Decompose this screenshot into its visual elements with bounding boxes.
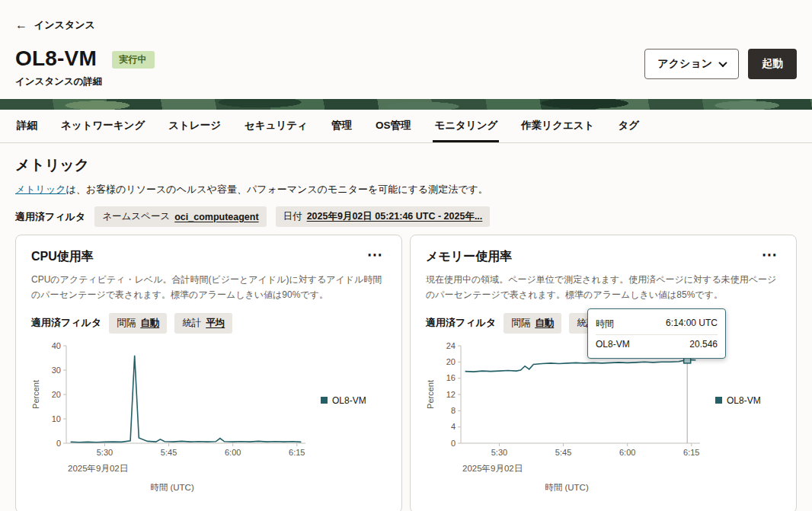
svg-text:6:15: 6:15	[683, 448, 699, 457]
actions-button[interactable]: アクション	[644, 49, 739, 79]
chart-date-label: 2025年9月02日	[68, 463, 386, 474]
svg-text:20: 20	[52, 389, 61, 398]
chip-value: oci_computeagent	[174, 212, 258, 222]
svg-text:5:30: 5:30	[491, 448, 507, 457]
tab-networking[interactable]: ネットワーキング	[59, 110, 146, 142]
applied-filters-label: 適用済フィルタ	[15, 210, 85, 224]
back-arrow-icon: ←	[15, 19, 27, 31]
page-subtitle: インスタンスの詳細	[15, 75, 103, 88]
svg-text:6:15: 6:15	[289, 448, 305, 457]
chart-xaxis-label: 時間 (UTC)	[31, 482, 313, 493]
card-description: 現在使用中の領域。ページ単位で測定されます。使用済ページに対する未使用ページのパ…	[426, 273, 781, 303]
status-badge: 実行中	[112, 51, 155, 69]
svg-text:20: 20	[446, 356, 456, 366]
svg-text:40: 40	[52, 340, 61, 350]
svg-text:6:00: 6:00	[619, 448, 635, 457]
ellipsis-icon: ⋯	[367, 246, 383, 263]
chevron-down-icon	[718, 59, 727, 67]
cpu-utilization-chart[interactable]: 0102030405:305:456:006:15Percent	[31, 340, 313, 461]
svg-text:8: 8	[451, 405, 456, 414]
tab-security[interactable]: セキュリティ	[243, 110, 309, 142]
svg-text:4: 4	[451, 422, 456, 431]
tab-monitoring[interactable]: モニタリング	[433, 110, 499, 142]
tab-work-requests[interactable]: 作業リクエスト	[519, 110, 596, 142]
applied-filters-row: 適用済フィルタ ネームスペース oci_computeagent 日付 2025…	[15, 206, 797, 227]
tab-management[interactable]: 管理	[330, 110, 353, 142]
filter-chip-interval[interactable]: 間隔 自動	[504, 313, 561, 334]
metrics-link[interactable]: メトリック	[15, 184, 66, 195]
page-header: ← インスタンス OL8-VM インスタンスの詳細 実行中 アクション 起動	[0, 0, 812, 99]
tooltip-row: 時間 6:14:00 UTC	[596, 314, 718, 334]
card-menu-button[interactable]: ⋯	[759, 249, 781, 260]
legend-label: OL8-VM	[332, 395, 366, 406]
tab-bar: 詳細 ネットワーキング ストレージ セキュリティ 管理 OS管理 モニタリング …	[0, 110, 812, 143]
card-description: CPUのアクティビティ・レベル。合計時間(ビジーとアイドル)に対するアイドル時間…	[31, 273, 386, 303]
applied-filters-label: 適用済フィルタ	[31, 316, 101, 330]
tooltip-value: 6:14:00 UTC	[666, 318, 718, 331]
card-title: CPU使用率	[31, 249, 94, 265]
card-menu-button[interactable]: ⋯	[364, 249, 386, 260]
back-button[interactable]: ← インスタンス	[15, 18, 95, 32]
svg-text:6:00: 6:00	[225, 448, 241, 457]
chip-value: 平均	[206, 317, 225, 330]
filter-chip-namespace[interactable]: ネームスペース oci_computeagent	[94, 206, 266, 227]
decorative-banner-image	[0, 99, 812, 110]
chip-label: ネームスペース	[102, 210, 170, 223]
chart-legend: OL8-VM	[321, 395, 366, 406]
tab-details[interactable]: 詳細	[15, 110, 39, 142]
chip-label: 日付	[283, 210, 302, 223]
chip-label: 間隔	[117, 317, 136, 330]
svg-text:0: 0	[451, 438, 456, 447]
tab-os-management[interactable]: OS管理	[374, 110, 413, 142]
svg-text:10: 10	[52, 414, 61, 423]
actions-button-label: アクション	[657, 57, 712, 71]
metric-card-cpu: CPU使用率 ⋯ CPUのアクティビティ・レベル。合計時間(ビジーとアイドル)に…	[15, 235, 402, 511]
chip-label: 間隔	[511, 317, 530, 330]
chip-label: 統計	[182, 317, 201, 330]
svg-text:30: 30	[52, 365, 61, 374]
metrics-intro: メトリックは、お客様のリソースのヘルスや容量、パフォーマンスのモニターを可能にす…	[15, 183, 797, 196]
chart-xaxis-label: 時間 (UTC)	[426, 482, 708, 493]
filter-chip-interval[interactable]: 間隔 自動	[109, 313, 167, 334]
tooltip-label: 時間	[596, 318, 614, 331]
svg-text:24: 24	[446, 340, 456, 350]
chart-date-label: 2025年9月02日	[462, 463, 781, 474]
tab-tags[interactable]: タグ	[616, 110, 641, 142]
svg-text:0: 0	[56, 438, 61, 447]
tab-storage[interactable]: ストレージ	[167, 110, 222, 142]
svg-text:Percent: Percent	[426, 380, 435, 409]
card-title: メモリー使用率	[426, 249, 512, 265]
tooltip-label: OL8-VM	[596, 339, 630, 350]
chip-value: 自動	[140, 317, 159, 330]
legend-swatch	[321, 397, 328, 404]
metrics-intro-text: は、お客様のリソースのヘルスや容量、パフォーマンスのモニターを可能にする測定法で…	[66, 184, 488, 195]
filter-chip-date[interactable]: 日付 2025年9月02日 05:21:46 UTC - 2025年...	[276, 206, 491, 227]
chip-value: 自動	[535, 317, 554, 330]
filter-chip-statistic[interactable]: 統計 平均	[174, 313, 232, 334]
legend-swatch	[715, 397, 722, 404]
page-title: OL8-VM	[15, 47, 103, 70]
legend-label: OL8-VM	[727, 395, 761, 406]
svg-text:16: 16	[446, 373, 456, 382]
back-label: インスタンス	[34, 18, 95, 32]
metrics-heading: メトリック	[15, 155, 797, 175]
svg-text:12: 12	[446, 389, 456, 398]
start-button[interactable]: 起動	[748, 49, 797, 79]
ellipsis-icon: ⋯	[762, 246, 778, 263]
tooltip-value: 20.546	[689, 339, 718, 350]
svg-text:Percent: Percent	[31, 380, 40, 409]
applied-filters-label: 適用済フィルタ	[426, 316, 496, 330]
chart-legend: OL8-VM	[715, 395, 761, 406]
chart-tooltip: 時間 6:14:00 UTC OL8-VM 20.546	[587, 308, 726, 359]
svg-text:5:30: 5:30	[97, 448, 113, 457]
svg-text:5:45: 5:45	[161, 448, 177, 457]
chip-value: 2025年9月02日 05:21:46 UTC - 2025年...	[307, 210, 483, 223]
svg-text:5:45: 5:45	[555, 448, 571, 457]
tooltip-row: OL8-VM 20.546	[596, 334, 718, 353]
metric-card-memory: メモリー使用率 ⋯ 現在使用中の領域。ページ単位で測定されます。使用済ページに対…	[410, 235, 797, 511]
